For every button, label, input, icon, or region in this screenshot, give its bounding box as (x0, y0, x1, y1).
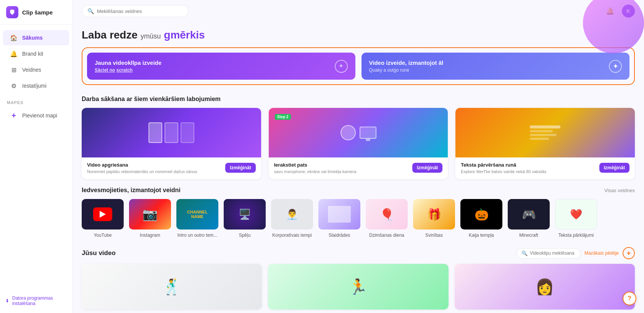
scratch-link: scratch (116, 67, 133, 73)
trim-title: Video apgrieśana (87, 162, 197, 168)
grid-icon: ⊞ (10, 66, 18, 74)
edits-grid: Video apgrieśana Nonemiet papildu videom… (82, 108, 635, 179)
topbar: 🔍 🔔 K (73, 0, 644, 22)
my-videos-header: Jūsu video 🔍 Mazākais pēdēje + (82, 247, 635, 259)
template-slides[interactable]: Slaidrādes (318, 199, 360, 238)
sidebar-item-veidnes[interactable]: ⊞ Veidnes (3, 62, 69, 77)
template-thumb-party: 🎁 (413, 199, 455, 230)
action-cards-container: Jauna videokllpa izveide Sāciet no scrat… (82, 47, 635, 85)
new-video-card-text: Jauna videokllpa izveide Sāciet no scrat… (95, 59, 161, 73)
sidebar-label-brand-kit: Brand kit (22, 51, 43, 57)
new-video-card[interactable]: Jauna videokllpa izveide Sāciet no scrat… (87, 53, 355, 80)
edit-card-body-record: Ierakstiet pats savu mxrophone, ekrāns v… (269, 157, 448, 179)
video-thumb-3: 👩 (455, 264, 635, 310)
video-card-1[interactable]: 🕺 (82, 264, 262, 310)
template-youtube[interactable]: YouTube (82, 199, 124, 238)
sidebar-item-iestatijumi[interactable]: ⚙ Iestatījumi (3, 78, 69, 93)
ai-video-subtitle: Quaky a outgo rune (369, 67, 444, 73)
video-search-input[interactable] (530, 250, 576, 256)
sidebar-footer: ⬇ Datora programmas instalēšana (0, 289, 72, 313)
template-thumb-yt (82, 199, 124, 230)
app-name: Clip šampe (22, 9, 53, 16)
edit-thumb-tts (455, 108, 635, 157)
gear-icon: ⚙ (10, 82, 18, 90)
template-party[interactable]: 🎁 Svinības (413, 199, 455, 238)
template-label-game: Spēļu (239, 233, 251, 238)
logo-icon (6, 6, 18, 18)
video-card-3[interactable]: 👩 (455, 264, 635, 310)
my-videos-title: Jūsu video (82, 249, 116, 257)
help-button[interactable]: ? (623, 292, 636, 305)
template-label-text: Teksta pārklājumi (558, 233, 594, 238)
sidebar-item-add-map[interactable]: + Pievienot mapi (3, 108, 69, 123)
view-all-templates-link[interactable]: Visas veidnes (604, 188, 635, 193)
template-thumb-game: 🖥️ (224, 199, 266, 230)
simple-edits-title: Darba sākšana ar šiem vienkāršiem laboju… (82, 96, 221, 103)
template-corp[interactable]: 👨‍💼 Korporatīvais tempi (271, 199, 313, 238)
template-instagram[interactable]: 📷 Instagram (129, 199, 171, 238)
edit-card-body-tts: Teksta pārvēršana runā Explore Ilte•Tke … (455, 157, 635, 179)
record-try-button[interactable]: Izmēģināt (412, 163, 442, 173)
template-halloween[interactable]: 🎃 Kaija tempļa (460, 199, 502, 238)
template-label-yt: YouTube (94, 233, 111, 238)
template-minecraft[interactable]: 🎮 Minecraft (508, 199, 550, 238)
template-label-slides: Slaidrādes (329, 233, 350, 238)
template-birthday[interactable]: 🎈 Dzimšanas diena (366, 199, 408, 238)
edit-card-info-record: Ierakstiet pats savu mxrophone, ekrāns v… (274, 162, 357, 175)
ai-video-icon: ✦ (609, 60, 622, 73)
new-video-icon: + (335, 60, 348, 73)
add-video-button[interactable]: + (623, 247, 635, 259)
install-label: Datora programmas instalēšana (12, 295, 67, 306)
filter-link[interactable]: Mazākais pēdēje (584, 250, 619, 256)
template-text-overlay[interactable]: ❤️ Teksta pārklājumi (555, 199, 597, 238)
template-label-ig: Instagram (140, 233, 160, 238)
video-card-2[interactable]: 🏃 (268, 264, 448, 310)
sidebar: Clip šampe 🏠 Sākums 🔔 Brand kit ⊞ Veidne… (0, 0, 73, 313)
sidebar-item-sakums[interactable]: 🏠 Sākums (3, 30, 69, 45)
trim-try-button[interactable]: Izmēģināt (225, 163, 255, 173)
record-title: Ierakstiet pats (274, 162, 357, 168)
template-thumb-text: ❤️ (555, 199, 597, 230)
search-box[interactable]: 🔍 (82, 5, 189, 17)
notification-button[interactable]: 🔔 (604, 5, 617, 18)
template-thumb-mc: 🎮 (508, 199, 550, 230)
template-thumb-slide (318, 199, 360, 230)
install-app-button[interactable]: ⬇ Datora programmas instalēšana (5, 293, 67, 308)
maps-section-label: MAPES (0, 94, 72, 107)
app-logo[interactable]: Clip šampe (0, 0, 72, 25)
edit-card-body-trim: Video apgrieśana Nonemiet papildu videom… (82, 157, 261, 179)
tts-desc: Explore Ilte•Tke balsis vairāk nekā 80 v… (461, 169, 546, 175)
thumb-deco-tts (455, 108, 635, 157)
templates-section: Iedvesmojieties, izmantojot veidni Visas… (73, 187, 644, 247)
simple-edits-section: Darba sākšana ar šiem vienkāršiem laboju… (73, 96, 644, 187)
search-input[interactable] (97, 8, 173, 14)
sidebar-item-brand-kit[interactable]: 🔔 Brand kit (3, 46, 69, 61)
yt-icon (93, 207, 112, 221)
edit-card-info-tts: Teksta pārvēršana runā Explore Ilte•Tke … (461, 162, 546, 175)
edit-card-info-trim: Video apgrieśana Nonemiet papildu videom… (87, 162, 197, 175)
tts-try-button[interactable]: Izmēģināt (599, 163, 629, 173)
template-game[interactable]: 🖥️ Spēļu (224, 199, 266, 238)
template-intro[interactable]: CHANNELNAME Intro un outro tem... (176, 199, 218, 238)
home-icon: 🏠 (10, 34, 18, 42)
template-thumb-corp: 👨‍💼 (271, 199, 313, 230)
ai-video-title: Video izveide, izmantojot āl (369, 59, 444, 66)
edit-card-trim: Video apgrieśana Nonemiet papildu videom… (82, 108, 261, 179)
template-label-minecraft: Minecraft (519, 233, 538, 238)
tts-title: Teksta pārvēršana runā (461, 162, 546, 168)
template-label-intro: Intro un outro tem... (178, 233, 218, 238)
hero-title-part2: ymūsu (140, 32, 161, 40)
ai-video-card[interactable]: Video izveide, izmantojot āl Quaky a out… (362, 53, 630, 80)
avatar[interactable]: K (622, 5, 635, 18)
hero-title-part1: Laba redze (82, 29, 137, 41)
video-thumb-1: 🕺 (82, 264, 262, 310)
thumb-deco-trim (82, 108, 261, 157)
sidebar-label-veidnes: Veidnes (22, 67, 41, 73)
sidebar-label-iestatijumi: Iestatījumi (22, 83, 47, 89)
bell-icon: 🔔 (10, 50, 18, 58)
templates-title: Iedvesmojieties, izmantojot veidni (82, 187, 181, 194)
edit-thumb-trim (82, 108, 261, 157)
vid-search-icon: 🔍 (521, 250, 528, 256)
video-search-box[interactable]: 🔍 (516, 248, 581, 258)
sidebar-nav: 🏠 Sākums 🔔 Brand kit ⊞ Veidnes ⚙ Iestatī… (0, 25, 72, 289)
